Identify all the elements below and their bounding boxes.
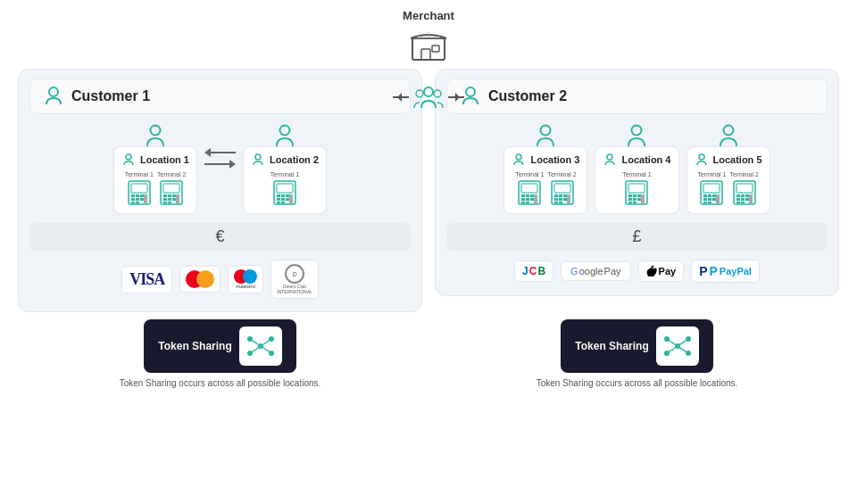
svg-rect-94	[708, 198, 711, 201]
svg-rect-101	[736, 194, 740, 197]
svg-rect-64	[554, 194, 558, 197]
svg-rect-57	[526, 198, 529, 201]
svg-rect-104	[736, 198, 740, 201]
t8-icon	[732, 179, 757, 206]
svg-rect-98	[716, 194, 720, 203]
customers-connector	[393, 85, 464, 110]
svg-rect-56	[521, 198, 525, 201]
group-icon	[412, 85, 445, 110]
svg-rect-63	[554, 184, 570, 193]
svg-rect-96	[703, 202, 707, 203]
location5-with-icon: Location 5 Terminal 1	[686, 123, 770, 214]
svg-rect-54	[526, 194, 529, 197]
svg-rect-81	[633, 198, 637, 201]
svg-point-35	[280, 126, 290, 136]
jcb-j: J	[522, 265, 528, 277]
terminal3-icon	[272, 179, 297, 206]
svg-point-7	[424, 87, 433, 96]
svg-rect-16	[136, 194, 139, 197]
svg-line-127	[678, 346, 688, 353]
location5-header: Location 5	[695, 153, 762, 167]
loc2-terminals: Terminal 1	[270, 171, 299, 206]
customer1-currency: €	[29, 223, 411, 251]
svg-line-124	[667, 339, 678, 346]
svg-rect-106	[745, 198, 749, 201]
svg-rect-2	[432, 45, 439, 52]
svg-rect-65	[559, 194, 562, 197]
loc5-t1: Terminal 1	[697, 171, 726, 206]
svg-rect-17	[140, 194, 144, 197]
loc2-terminal1: Terminal 1	[270, 171, 299, 206]
svg-rect-21	[131, 202, 135, 203]
customer1-token-icon-box	[239, 326, 282, 366]
svg-line-117	[250, 346, 261, 353]
svg-rect-52	[521, 184, 537, 193]
mc-orange-circle	[196, 270, 214, 288]
diners-text: Diners ClubINTERNATIONAL	[277, 284, 312, 294]
loc5-person-icon	[716, 123, 741, 148]
svg-line-118	[261, 346, 271, 353]
jcb-c: C	[529, 265, 537, 277]
loc1-terminal1: Terminal 1	[125, 171, 154, 206]
svg-rect-107	[736, 202, 740, 203]
diners-circle: D	[285, 264, 304, 284]
visa-badge: VISA	[121, 266, 172, 293]
loc2-person-icon	[272, 123, 297, 148]
loc1-person-icon	[143, 123, 168, 148]
svg-rect-109	[749, 194, 753, 203]
customer2-currency: £	[446, 223, 828, 251]
terminal1-icon	[127, 179, 152, 206]
loc1-t1-label: Terminal 1	[125, 171, 154, 178]
customer2-payment-methods: J C B Google Pay Pay	[446, 260, 828, 283]
loc4-person-icon	[624, 123, 649, 148]
location1-label: Location 1	[140, 154, 189, 165]
svg-rect-97	[708, 202, 711, 203]
svg-rect-93	[703, 198, 707, 201]
svg-rect-83	[628, 202, 632, 203]
svg-rect-33	[168, 202, 171, 203]
location1-with-icon: Location 1 Terminal 1	[113, 123, 197, 214]
svg-rect-25	[163, 184, 179, 193]
svg-line-125	[678, 339, 688, 346]
customer2-token-icon-box	[656, 326, 699, 366]
t5-icon	[550, 179, 575, 206]
svg-rect-23	[144, 194, 147, 203]
loc4-icon	[603, 153, 617, 167]
svg-rect-41	[286, 194, 289, 197]
svg-rect-20	[140, 198, 144, 201]
svg-rect-78	[633, 194, 637, 197]
location4-with-icon: Location 4 Terminal 1	[595, 123, 678, 214]
svg-rect-92	[712, 194, 716, 197]
location1-card: Location 1 Terminal 1	[113, 146, 197, 214]
merchant-section: Merchant	[403, 9, 454, 62]
svg-rect-38	[277, 184, 293, 193]
svg-rect-53	[521, 194, 525, 197]
svg-point-10	[49, 87, 58, 96]
t7-icon	[699, 179, 724, 206]
customer1-box: Customer 1	[18, 69, 422, 312]
svg-point-50	[516, 154, 521, 160]
t6-icon	[624, 179, 649, 206]
svg-rect-67	[554, 198, 558, 201]
svg-point-36	[255, 154, 261, 160]
svg-rect-85	[641, 194, 645, 203]
loc-arrow-right	[204, 160, 236, 169]
customer2-token-caption: Token Sharing occurs across all possible…	[537, 378, 738, 388]
t4-icon	[517, 179, 542, 206]
svg-line-115	[250, 339, 261, 346]
token1-network-icon	[245, 332, 277, 360]
customer2-token-box: Token Sharing	[561, 319, 712, 373]
customer1-token-box: Token Sharing	[144, 319, 295, 373]
svg-rect-72	[567, 194, 570, 203]
left-arrow	[393, 96, 409, 98]
svg-rect-22	[136, 202, 139, 203]
location3-label: Location 3	[530, 154, 579, 165]
svg-point-8	[416, 90, 423, 97]
svg-rect-71	[559, 202, 562, 203]
customer2-box: Customer 2	[435, 69, 839, 296]
customer1-token-label: Token Sharing	[158, 340, 231, 352]
svg-rect-76	[628, 184, 645, 193]
diners-inner: D	[292, 271, 296, 277]
svg-rect-30	[168, 198, 171, 201]
apple-icon	[646, 265, 657, 277]
